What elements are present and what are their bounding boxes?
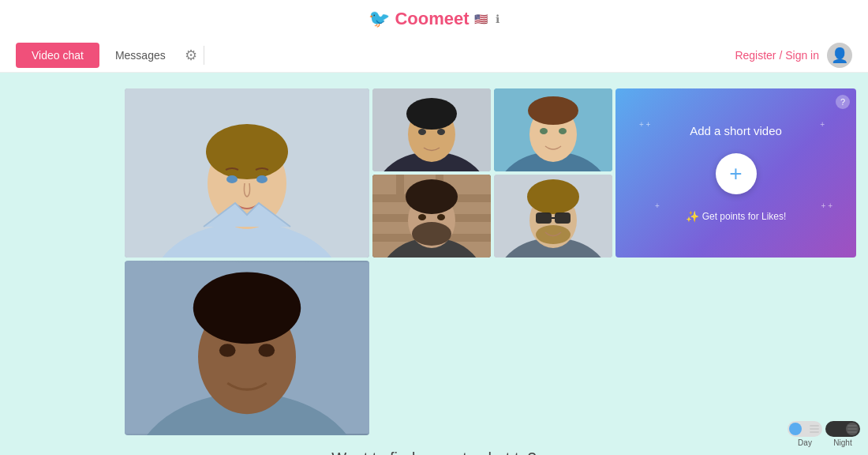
logo-area: 🐦 Coomeet 🇺🇸 ℹ — [369, 9, 499, 29]
add-video-title: Add a short video — [690, 124, 782, 137]
svg-point-12 — [406, 98, 457, 130]
svg-point-33 — [412, 222, 451, 246]
logo-text: Coomeet — [395, 9, 469, 29]
logo-bird-icon: 🐦 — [369, 9, 390, 29]
nav-bar: Video chat Messages ⚙ Register / Sign in… — [0, 38, 868, 73]
night-label: Night — [833, 438, 851, 447]
bolt-icon: ✨ — [686, 210, 699, 223]
dots-tr: + — [820, 120, 825, 129]
day-line-1 — [810, 425, 819, 427]
add-video-panel: ? + + + + + + Add a short video + ✨ Get … — [615, 88, 856, 258]
svg-rect-27 — [396, 175, 404, 194]
day-mode-toggle[interactable]: Day — [788, 421, 822, 447]
night-line-2 — [847, 428, 857, 430]
day-toggle-dot — [789, 423, 802, 435]
tab-messages[interactable]: Messages — [99, 43, 181, 68]
night-line-1 — [847, 425, 857, 427]
question-badge[interactable]: ? — [836, 95, 850, 109]
photo-bottom-2 — [494, 175, 612, 258]
night-toggle-bar[interactable] — [825, 421, 860, 437]
day-night-toggle: Day Night — [788, 421, 860, 447]
user-avatar[interactable]: 👤 — [827, 43, 852, 68]
photo-large — [125, 88, 369, 258]
tab-video-chat[interactable]: Video chat — [16, 43, 99, 68]
logo-flag-icon: 🇺🇸 — [474, 13, 488, 25]
svg-point-40 — [527, 179, 579, 214]
night-mode-toggle[interactable]: Night — [825, 421, 860, 447]
dots-bl: + — [655, 201, 660, 210]
day-toggle-lines — [810, 425, 819, 433]
svg-point-44 — [536, 225, 571, 244]
svg-point-49 — [193, 272, 301, 344]
photo-top-1 — [372, 88, 491, 171]
svg-point-35 — [437, 214, 445, 220]
add-video-button[interactable]: + — [716, 153, 757, 194]
svg-point-5 — [206, 124, 288, 179]
day-line-2 — [810, 428, 819, 430]
svg-point-14 — [437, 129, 445, 135]
register-link[interactable]: Register / Sign in — [735, 49, 819, 62]
get-points-label: Get points for Likes! — [702, 211, 787, 222]
svg-point-7 — [256, 175, 268, 183]
svg-point-13 — [418, 129, 426, 135]
svg-rect-42 — [555, 212, 571, 224]
svg-point-50 — [219, 344, 236, 357]
avatar-icon: 👤 — [831, 47, 848, 64]
photo-bottom-1 — [372, 175, 491, 258]
photo-bottom-3 — [125, 261, 369, 435]
gear-icon[interactable]: ⚙ — [185, 47, 197, 64]
svg-point-32 — [406, 179, 458, 214]
day-line-3 — [810, 431, 819, 433]
svg-point-6 — [226, 175, 238, 183]
dots-tl: + + — [639, 120, 650, 129]
nav-divider — [204, 46, 204, 65]
svg-point-21 — [559, 128, 567, 134]
get-points-text: ✨ Get points for Likes! — [686, 210, 787, 223]
night-toggle-lines — [847, 425, 857, 433]
photo-grid: ? + + + + + + Add a short video + ✨ Get … — [125, 88, 743, 435]
info-icon[interactable]: ℹ — [496, 13, 499, 25]
day-label: Day — [798, 438, 812, 447]
header: 🐦 Coomeet 🇺🇸 ℹ — [0, 0, 868, 38]
night-line-3 — [847, 431, 857, 433]
day-toggle-bar[interactable] — [788, 421, 822, 437]
main-content: ? + + + + + + Add a short video + ✨ Get … — [0, 73, 868, 455]
svg-point-20 — [540, 128, 548, 134]
svg-point-19 — [528, 96, 578, 125]
photo-top-2 — [494, 88, 612, 171]
nav-right: Register / Sign in 👤 — [735, 43, 852, 68]
svg-point-51 — [258, 344, 275, 357]
tagline: Want to find a guy to chat to? — [331, 449, 536, 455]
svg-rect-41 — [536, 212, 552, 224]
svg-point-34 — [418, 214, 426, 220]
dots-br: + + — [821, 201, 832, 210]
